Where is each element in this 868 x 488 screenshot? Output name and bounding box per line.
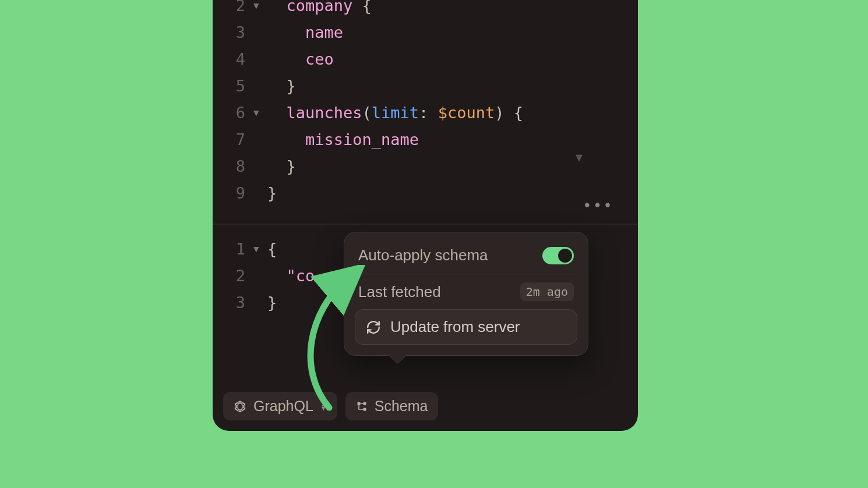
update-from-server-button[interactable]: Update from server <box>355 309 577 345</box>
code-content: "co <box>267 267 315 285</box>
code-line[interactable]: 5 } <box>213 72 638 99</box>
line-number: 2 <box>213 0 253 15</box>
code-line[interactable]: 4 ceo <box>213 45 638 72</box>
svg-rect-1 <box>357 402 360 405</box>
schema-tree-icon <box>356 401 368 412</box>
sort-icon: ▲▼ <box>320 402 327 411</box>
fold-toggle-icon[interactable]: ▼ <box>253 0 267 11</box>
bottom-bar: GraphQL ▲▼ Schema <box>223 392 438 420</box>
schema-popover: Auto-apply schema Last fetched 2m ago Up… <box>344 232 588 356</box>
code-line[interactable]: 7 mission_name <box>213 126 638 153</box>
fold-toggle-icon[interactable]: ▼ <box>253 243 267 254</box>
code-line[interactable]: 3 name <box>213 19 638 45</box>
code-content: } <box>267 184 277 202</box>
chevron-down-icon[interactable]: ▼ <box>576 150 583 164</box>
line-number: 5 <box>213 77 253 95</box>
code-line[interactable]: 6▼ launches(limit: $count) { <box>213 99 638 126</box>
graphql-mode-button[interactable]: GraphQL ▲▼ <box>223 392 337 420</box>
code-content: name <box>267 23 343 41</box>
auto-apply-toggle[interactable] <box>542 247 574 264</box>
svg-rect-3 <box>363 408 366 411</box>
code-line[interactable]: 8 } <box>213 153 638 179</box>
line-number: 3 <box>213 23 253 41</box>
line-number: 8 <box>213 157 253 175</box>
line-number: 7 <box>213 130 253 148</box>
fold-toggle-icon[interactable]: ▼ <box>253 107 267 118</box>
line-number: 6 <box>213 104 253 122</box>
schema-label: Schema <box>375 398 428 415</box>
code-content: ceo <box>267 50 334 68</box>
schema-button[interactable]: Schema <box>345 392 439 420</box>
code-content: mission_name <box>267 130 419 148</box>
graphql-label: GraphQL <box>253 398 313 415</box>
auto-apply-label: Auto-apply schema <box>358 246 488 264</box>
editor-window: 2▼ company {3 name4 ceo5 }6▼ launches(li… <box>213 0 638 431</box>
code-line[interactable]: 2▼ company { <box>213 0 638 19</box>
code-line[interactable]: 9} <box>213 179 638 206</box>
last-fetched-row: Last fetched 2m ago <box>355 278 577 306</box>
line-number: 1 <box>213 240 253 258</box>
query-editor[interactable]: 2▼ company {3 name4 ceo5 }6▼ launches(li… <box>213 0 638 224</box>
update-label: Update from server <box>390 318 520 336</box>
code-content: launches(limit: $count) { <box>267 104 523 122</box>
more-icon[interactable]: ••• <box>583 197 613 214</box>
svg-rect-2 <box>363 402 366 405</box>
line-number: 4 <box>213 50 253 68</box>
line-number: 3 <box>213 293 253 312</box>
graphql-icon <box>234 400 246 413</box>
line-number: 9 <box>213 184 253 202</box>
code-content: { <box>267 240 277 258</box>
code-content: } <box>267 293 277 312</box>
last-fetched-label: Last fetched <box>358 283 441 301</box>
popover-divider <box>357 274 575 274</box>
code-content: } <box>267 77 296 95</box>
line-number: 2 <box>213 267 253 285</box>
last-fetched-value: 2m ago <box>520 282 574 301</box>
refresh-icon <box>366 320 381 335</box>
code-content: } <box>267 157 296 175</box>
auto-apply-row: Auto-apply schema <box>355 244 577 274</box>
code-content: company { <box>267 0 372 15</box>
